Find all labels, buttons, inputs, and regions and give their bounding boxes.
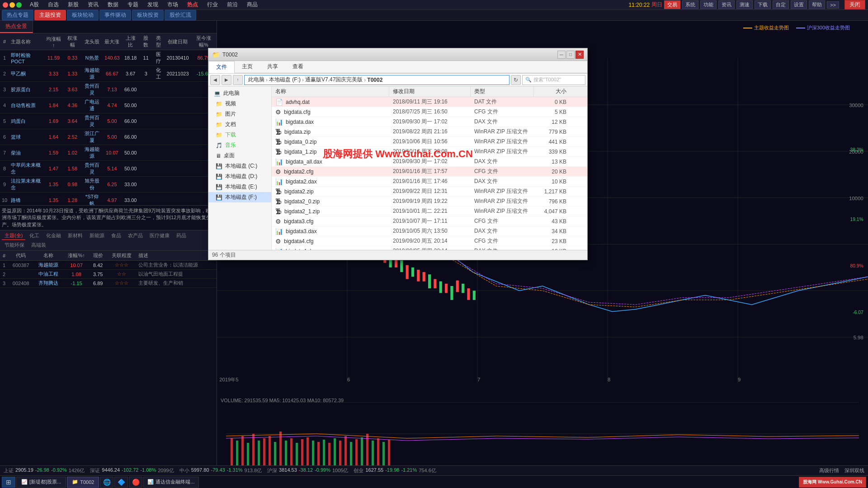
- close-button[interactable]: 关闭: [844, 0, 865, 9]
- list-item[interactable]: 📊 bigdata3.dax 2019/10/05 周六 13:50 DAX 文…: [272, 226, 587, 236]
- fe-forward-btn[interactable]: ▶: [222, 75, 231, 85]
- nav-goods[interactable]: 商品: [243, 0, 261, 9]
- sidebar-item-computer[interactable]: 💻 此电脑: [208, 88, 271, 99]
- nav-frontier[interactable]: 前沿: [223, 0, 241, 9]
- nav-news[interactable]: 资讯: [84, 0, 102, 9]
- status-shenzhen-dual[interactable]: 深圳双线: [844, 467, 864, 474]
- list-item[interactable]: 📊 bigdata_all.dax 2019/09/30 周一 17:02 DA…: [272, 157, 587, 167]
- list-item[interactable]: 📄 advhq.dat 2018/09/11 周三 19:16 DAT 文件 0…: [272, 97, 587, 107]
- col-weight[interactable]: 权涨幅: [64, 33, 81, 50]
- fe-minimize-btn[interactable]: ─: [557, 51, 566, 59]
- fe-refresh-btn[interactable]: ↻: [511, 75, 521, 85]
- sub-col-name[interactable]: 名称: [34, 251, 64, 261]
- action-info[interactable]: 资讯: [718, 0, 735, 9]
- nav-a-shares[interactable]: A股: [26, 0, 42, 9]
- status-advanced[interactable]: 高级行情: [819, 467, 839, 474]
- sidebar-item-pictures[interactable]: 📁 图片: [208, 109, 271, 119]
- sidebar-item-drive-e[interactable]: 💾 本地磁盘 (E:): [208, 182, 271, 192]
- action-trade[interactable]: 交易: [664, 0, 680, 9]
- list-item[interactable]: ⚙ bigdata.cfg 2018/07/25 周三 16:50 CFG 文件…: [272, 107, 587, 117]
- subcat-energy[interactable]: 新能源: [87, 232, 107, 240]
- path-computer[interactable]: 此电脑: [248, 76, 264, 84]
- fe-close-btn[interactable]: ✕: [576, 51, 584, 59]
- action-settings[interactable]: 设置: [791, 0, 807, 9]
- col-avg[interactable]: 均涨幅↑: [43, 33, 63, 50]
- taskbar-item-t0002[interactable]: 📁 T0002: [67, 477, 99, 488]
- subcat-eco[interactable]: 节能环保: [2, 241, 27, 249]
- subcat-food[interactable]: 食品: [108, 232, 124, 240]
- col-name[interactable]: 主题名称: [9, 33, 43, 50]
- list-item[interactable]: 🗜 bigdata2.zip 2019/09/22 周日 12:31 WinRA…: [272, 187, 587, 197]
- nav-special[interactable]: 专题: [124, 0, 142, 9]
- fe-tab-file[interactable]: 文件: [208, 61, 235, 73]
- col-stocks[interactable]: 股数: [140, 33, 152, 50]
- tab-sector-rotation[interactable]: 板块轮动: [67, 10, 99, 20]
- tab-event-driven[interactable]: 事件驱动: [99, 10, 131, 20]
- table-row[interactable]: 5 鸡蛋白 1.69 3.64 贵州百灵 5.00 66.00: [0, 113, 217, 129]
- action-system[interactable]: 系统: [682, 0, 698, 9]
- sidebar-item-videos[interactable]: 📁 视频: [208, 99, 271, 109]
- tab-hot-topics[interactable]: 热点专题: [2, 10, 33, 20]
- table-row[interactable]: 10 路锋 1.35 1.28 *ST仰帆 4.97 33.00: [0, 192, 217, 206]
- taskbar-item-tongda[interactable]: 📊 通达信金融终端...: [143, 477, 198, 488]
- nav-new-stocks[interactable]: 新股: [64, 0, 82, 9]
- list-item[interactable]: ⚙ bigdata4.cfg 2019/09/20 周五 20:14 CFG 文…: [272, 236, 587, 246]
- col-created[interactable]: 创建日期: [165, 33, 191, 50]
- subcat-pharma[interactable]: 药品: [174, 232, 189, 240]
- sidebar-item-downloads[interactable]: 📁 下载: [208, 130, 271, 140]
- table-row[interactable]: 3 002408 齐翔腾达 -1.15 6.89 ☆☆☆ 主要研发、生产和销: [0, 279, 217, 288]
- col-header-name[interactable]: 名称: [272, 86, 389, 97]
- subcat-materials[interactable]: 新材料: [65, 232, 85, 240]
- list-item[interactable]: ⚙ bigdata2.cfg 2019/01/16 周三 17:57 CFG 文…: [272, 167, 587, 177]
- fe-maximize-btn[interactable]: □: [566, 51, 575, 59]
- status-chuangye[interactable]: 创业 1627.55 -19.98 -1.21% 754.6亿: [354, 467, 436, 474]
- table-row[interactable]: 3 胶原蛋白 2.15 3.63 贵州百灵 7.13 66.00: [0, 82, 217, 98]
- path-drive[interactable]: 本地磁盘 (F:): [269, 76, 301, 84]
- col-header-size[interactable]: 大小: [534, 86, 570, 97]
- sidebar-item-drive-f[interactable]: 💾 本地磁盘 (F:): [208, 192, 271, 202]
- subcat-finance[interactable]: 化金融: [43, 232, 64, 240]
- sidebar-item-docs[interactable]: 📁 文档: [208, 119, 271, 130]
- list-item[interactable]: ⚙ bigdata3.cfg 2019/10/07 周一 17:11 CFG 文…: [272, 216, 587, 226]
- nav-market[interactable]: 市场: [164, 0, 182, 9]
- fe-tab-home[interactable]: 主页: [235, 61, 260, 73]
- taskbar-start[interactable]: ⊞: [2, 477, 15, 488]
- action-func[interactable]: 功能: [700, 0, 717, 9]
- table-row[interactable]: 6 篮球 1.64 2.52 浙江广厦 5.00 66.00: [0, 129, 217, 145]
- fe-tab-share[interactable]: 共享: [260, 61, 285, 73]
- status-small[interactable]: 中小 5997.80 -79.43 -1.31% 913.8亿: [179, 467, 262, 474]
- sidebar-item-desktop[interactable]: 🖥 桌面: [208, 150, 271, 161]
- tab-sector-invest[interactable]: 板块投资: [132, 10, 164, 20]
- status-hushen[interactable]: 沪深 3814.53 -38.12 -0.99% 1005亿: [267, 467, 348, 474]
- list-item[interactable]: 🗜 bigdata_0.zip 2019/10/06 周日 10:56 WinR…: [272, 137, 587, 147]
- table-row[interactable]: 7 柴油 1.59 1.02 海越能源 10.07 50.00: [0, 145, 217, 161]
- col-leader[interactable]: 龙头股: [81, 33, 103, 50]
- taskbar-item-stocks[interactable]: 📈 [新堤都]股票...: [16, 477, 66, 488]
- table-row[interactable]: 1 即时检验POCT 11.59 0.33 N热景 140.63 18.18 1…: [0, 50, 217, 66]
- col-ratio[interactable]: 上涨比: [122, 33, 140, 50]
- subcat-chemical[interactable]: 化工: [27, 232, 42, 240]
- table-row[interactable]: 1 600387 海越能源 10.07 8.42 ☆☆☆ 公司主营业务：以清洁能…: [0, 261, 217, 270]
- path-subfolder[interactable]: T0002: [367, 77, 382, 83]
- tab-price-flow[interactable]: 股价汇流: [165, 10, 196, 20]
- table-row[interactable]: 2 中油工程 1.08 3.75 ☆☆ 以油气田地面工程提: [0, 270, 217, 279]
- col-header-date[interactable]: 修改日期: [389, 86, 471, 97]
- subcat-all[interactable]: 主题(全): [2, 232, 25, 240]
- list-item[interactable]: 🗜 bigdata.zip 2019/08/22 周四 21:16 WinRAR…: [272, 127, 587, 137]
- col-type[interactable]: 类型: [152, 33, 165, 50]
- tab-hot-all[interactable]: 热点全景: [0, 21, 33, 33]
- nav-discover[interactable]: 发现: [144, 0, 162, 9]
- list-item[interactable]: 📊 bigdata4.dax 2019/09/05 周四 20:14 DAX 文…: [272, 246, 587, 250]
- sub-col-price[interactable]: 现价: [90, 251, 107, 261]
- close-win-btn[interactable]: [3, 2, 8, 8]
- fe-address-path[interactable]: 此电脑 › 本地磁盘 (F:) › 通赢版V7.47国庆完美版 › T0002: [244, 75, 509, 85]
- sub-col-stars[interactable]: 关联程度: [107, 251, 137, 261]
- action-help[interactable]: 帮助: [809, 0, 825, 9]
- subcat-highend[interactable]: 高端装: [28, 241, 49, 249]
- action-custom[interactable]: 自定: [773, 0, 789, 9]
- path-folder[interactable]: 通赢版V7.47国庆完美版: [305, 76, 363, 84]
- table-row[interactable]: 9 法拉第未来概念 1.35 0.98 旭升股份 6.25 33.00: [0, 177, 217, 192]
- taskbar-item-red[interactable]: 🔴: [129, 477, 142, 488]
- status-shenzhen[interactable]: 深证 9446.24 -102.72 -1.08% 2099亿: [90, 467, 174, 474]
- fe-back-btn[interactable]: ◀: [210, 75, 220, 85]
